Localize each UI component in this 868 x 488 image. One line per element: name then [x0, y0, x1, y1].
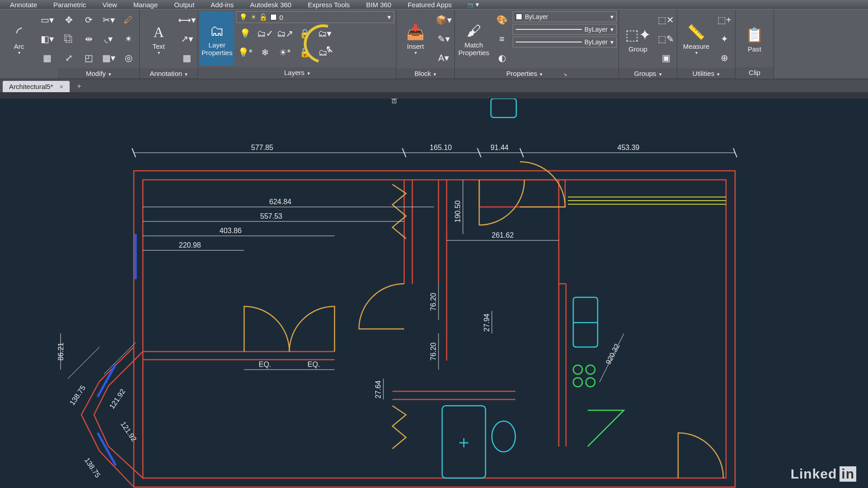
rotate-button[interactable]: ⟳	[80, 11, 98, 28]
fillet-button[interactable]: ◟▾	[99, 30, 118, 47]
menu-annotate[interactable]: Annotate	[2, 1, 45, 9]
dimension-button[interactable]: ⟷▾	[178, 11, 196, 28]
layer-freeze-button[interactable]: ❄	[256, 44, 274, 61]
move-button[interactable]: ✥	[60, 11, 78, 28]
menu-featuredapps[interactable]: Featured Apps	[400, 1, 460, 9]
menu-parametric[interactable]: Parametric	[45, 1, 94, 9]
panel-layers-title[interactable]: Layers	[198, 67, 396, 78]
ungroup-button[interactable]: ⬚✕	[657, 11, 675, 28]
text-button[interactable]: A Text	[142, 11, 176, 66]
svg-text:557.53: 557.53	[260, 212, 283, 220]
color-wheel-button[interactable]: 🎨	[493, 11, 511, 28]
new-tab-button[interactable]: +	[72, 80, 85, 92]
draw-tool-2[interactable]: ▦	[38, 49, 56, 66]
svg-point-42	[586, 378, 595, 387]
menu-bim360[interactable]: BIM 360	[358, 1, 400, 9]
panel-utilities: 📏 Measure ⬚+ ✦ ⊕ Utilities	[677, 9, 736, 79]
layer-walk-button[interactable]: 🗂*	[316, 44, 334, 61]
panel-annotation: A Text ⟷▾ ↗▾ ▦ Annotation	[140, 9, 198, 79]
screencast-icon[interactable]: 📹 ▾	[465, 0, 479, 9]
panel-annotation-title[interactable]: Annotation	[140, 68, 198, 79]
layer-lock-button[interactable]: 🔒	[296, 25, 314, 42]
menu-expresstools[interactable]: Express Tools	[300, 1, 358, 9]
array-button[interactable]: ▦▾	[99, 49, 118, 66]
group-edit-button[interactable]: ⬚✎	[657, 30, 675, 47]
svg-text:91.44: 91.44	[491, 144, 509, 151]
select-all-button[interactable]: ⬚+	[715, 11, 733, 28]
layer-dropdown[interactable]: 💡 ☀ 🔓 0 ▾	[236, 11, 394, 23]
edit-block-button[interactable]: ✎▾	[434, 30, 453, 47]
paste-button[interactable]: 📋 Past	[737, 11, 772, 66]
layer-properties-button[interactable]: 🗂 Layer Properties	[200, 11, 234, 66]
layer-iso-button[interactable]: 💡*	[236, 44, 254, 61]
quick-calc-button[interactable]: ✦	[715, 30, 733, 47]
watermark-suffix: in	[840, 466, 856, 482]
match-properties-label: Match Properties	[458, 41, 489, 56]
erase-button[interactable]: 🖊	[119, 11, 137, 28]
mirror-button[interactable]: ⇹	[80, 30, 98, 47]
array-icon: ▦▾	[102, 52, 115, 63]
panel-clipboard-title[interactable]: Clip	[736, 67, 774, 78]
match-properties-icon: 🖌	[467, 23, 481, 39]
viewport-svg: 577.85 165.10 91.44 453.39	[0, 99, 868, 488]
layer-match-button[interactable]: 🗂↗	[276, 25, 294, 42]
layer-unlock-button[interactable]: 🔓	[296, 44, 314, 61]
lineweight-dropdown[interactable]: ByLayer▾	[513, 24, 617, 35]
svg-text:453.39: 453.39	[618, 144, 640, 151]
match-properties-button[interactable]: 🖌 Match Properties	[457, 11, 491, 66]
svg-text:577.85: 577.85	[251, 144, 274, 151]
panel-utilities-title[interactable]: Utilities	[677, 68, 735, 79]
menu-view[interactable]: View	[94, 1, 125, 9]
layer-off-button[interactable]: 💡	[236, 25, 254, 42]
menu-bar: Annotate Parametric View Manage Output A…	[0, 0, 868, 9]
draw-tool-1[interactable]: ◧▾	[38, 30, 56, 47]
layer-make-current-button[interactable]: 🗂✓	[256, 25, 274, 42]
layer-states-button[interactable]: 🗂▾	[316, 25, 334, 42]
leader-button[interactable]: ↗▾	[178, 30, 196, 47]
table-icon: ▦	[183, 52, 191, 63]
menu-manage[interactable]: Manage	[125, 1, 166, 9]
layer-thaw-button[interactable]: ☀*	[276, 44, 294, 61]
rectangle-button[interactable]: ▭▾	[38, 11, 56, 28]
color-dropdown[interactable]: ByLayer▾	[513, 11, 617, 22]
arc-icon: ◜	[16, 23, 22, 41]
scale-button[interactable]: ◰	[80, 49, 98, 66]
panel-draw: ◜ Arc ▭▾ ◧▾ ▦	[0, 9, 58, 79]
close-tab-button[interactable]: ×	[60, 83, 64, 90]
drawing-canvas[interactable]: 577.85 165.10 91.44 453.39	[0, 99, 868, 488]
linetype-dropdown[interactable]: ByLayer▾	[513, 37, 617, 47]
insert-button[interactable]: 📥 Insert	[398, 11, 433, 66]
svg-text:220.98: 220.98	[179, 241, 201, 249]
arc-button[interactable]: ◜ Arc	[2, 11, 36, 66]
copy-button[interactable]: ⿻	[60, 30, 78, 47]
measure-button[interactable]: 📏 Measure	[679, 11, 713, 66]
text-icon: A	[153, 24, 164, 41]
file-tab[interactable]: Architectural5* ×	[3, 81, 70, 92]
edit-attr-button[interactable]: A▾	[434, 49, 453, 66]
panel-modify-title[interactable]: Modify	[58, 68, 139, 79]
stretch-button[interactable]: ⤢	[60, 49, 78, 66]
svg-text:190.50: 190.50	[454, 200, 462, 222]
group-bbox-button[interactable]: ▣	[657, 49, 675, 66]
linetype-button[interactable]: ≡	[493, 30, 511, 47]
trim-icon: ✂▾	[103, 14, 115, 25]
layer-lock-icon: 🔓	[259, 13, 268, 21]
chevron-down-icon: ▾	[387, 13, 391, 21]
transparency-button[interactable]: ◐	[493, 49, 511, 66]
explode-button[interactable]: ✴	[119, 30, 137, 47]
table-button[interactable]: ▦	[178, 49, 196, 66]
menu-addins[interactable]: Add-ins	[203, 1, 242, 9]
menu-autodesk360[interactable]: Autodesk 360	[242, 1, 300, 9]
menu-output[interactable]: Output	[166, 1, 203, 9]
create-block-button[interactable]: 📦▾	[434, 11, 453, 28]
insert-icon: 📥	[406, 23, 425, 41]
panel-groups-title[interactable]: Groups	[619, 68, 677, 79]
group-button[interactable]: ⬚✦ Group	[621, 11, 655, 66]
rectangle-icon: ▭▾	[41, 14, 54, 25]
counter-top	[568, 197, 726, 204]
trim-button[interactable]: ✂▾	[99, 11, 118, 28]
offset-button[interactable]: ◎	[119, 49, 137, 66]
point-button[interactable]: ⊕	[715, 49, 733, 66]
panel-block-title[interactable]: Block	[396, 68, 454, 79]
panel-properties-title[interactable]: Properties	[455, 68, 618, 79]
